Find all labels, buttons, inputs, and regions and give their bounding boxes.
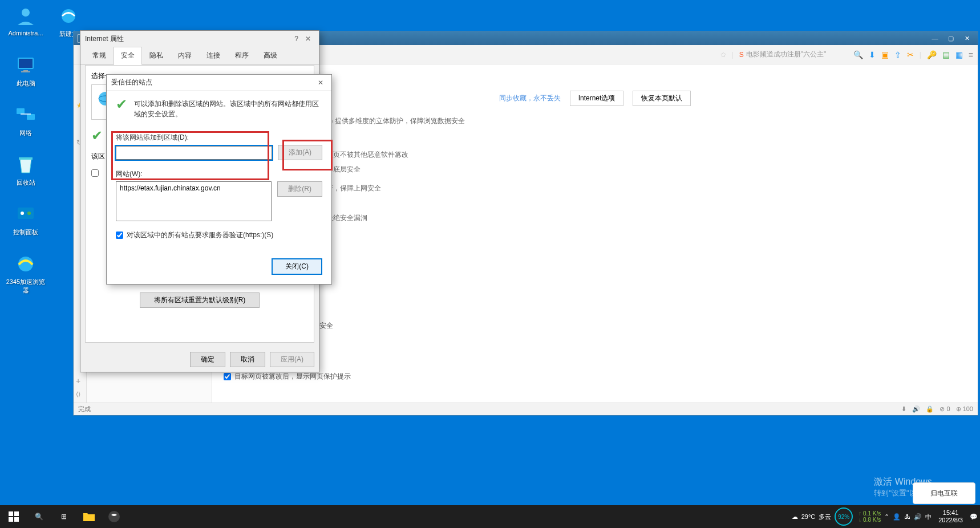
svg-rect-18	[9, 517, 13, 522]
svg-rect-5	[21, 71, 30, 72]
tab-advanced[interactable]: 高级	[256, 47, 285, 64]
people-icon[interactable]: 👤	[893, 513, 901, 521]
clock-time: 15:41	[938, 509, 963, 517]
label: 回收站	[6, 178, 46, 187]
collapse-sidebar-icon[interactable]: ⟨⟩	[76, 391, 80, 398]
taskbar: 🔍 ⊞ ☁ 29°C 多云 92% ↑ 0.1 K/s ↓ 0.8 K/s ⌃ …	[0, 505, 980, 528]
svg-rect-16	[9, 511, 13, 516]
desktop-icon-administrator[interactable]: Administra...	[6, 5, 46, 36]
dialog-description: 可以添加和删除该区域的网站。该区域中的所有网站都使用区域的安全设置。	[134, 99, 322, 119]
clock-date: 2022/8/3	[938, 517, 963, 524]
file-explorer-icon[interactable]	[78, 505, 100, 528]
search-placeholder: 电影频道成功注册"六公主"	[746, 50, 827, 59]
adblock-count-icon[interactable]: ⊘ 0	[939, 405, 950, 413]
dialog-titlebar[interactable]: Internet 属性 ? ✕	[80, 31, 319, 47]
dialog-body: ✔ 可以添加和删除该区域的网站。该区域中的所有网站都使用区域的安全设置。 将该网…	[107, 91, 331, 284]
sites-listbox[interactable]: https://etax.fujian.chinatax.gov.cn	[116, 181, 272, 221]
sogou-search-icon: S	[739, 51, 744, 59]
ok-button[interactable]: 确定	[190, 352, 225, 367]
require-https-checkbox[interactable]	[116, 231, 123, 239]
search-taskbar-icon[interactable]: 🔍	[27, 505, 50, 528]
svg-point-11	[21, 212, 24, 215]
volume-tray-icon[interactable]: 🔊	[914, 513, 922, 521]
svg-rect-6	[17, 108, 25, 114]
menu-icon[interactable]: ≡	[969, 50, 973, 59]
tab-connections[interactable]: 连接	[199, 47, 228, 64]
minimize-button[interactable]: —	[928, 33, 942, 43]
tray-chevron-icon[interactable]: ⌃	[884, 513, 889, 521]
search-box[interactable]: S 电影频道成功注册"六公主"	[739, 50, 848, 59]
network-speed: ↑ 0.1 K/s ↓ 0.8 K/s	[858, 510, 881, 523]
close-dialog-button[interactable]: 关闭(C)	[272, 258, 322, 275]
dialog-tabs: 常规 安全 隐私 内容 连接 程序 高级	[80, 47, 319, 65]
search-icon[interactable]: 🔍	[853, 50, 863, 59]
video-icon[interactable]: ▣	[881, 50, 889, 59]
tab-programs[interactable]: 程序	[228, 47, 256, 64]
close-button[interactable]: ✕	[959, 33, 974, 43]
tab-content[interactable]: 内容	[171, 47, 199, 64]
sync-favorites-link[interactable]: 同步收藏，永不丢失	[499, 94, 561, 103]
settings-text: 监控 (通行证、收藏、表单、皮肤等) 提供多维度的立体防护，保障浏览数据安全	[224, 115, 966, 127]
internet-options-button[interactable]: Internet选项	[570, 91, 624, 106]
network-tray-icon[interactable]: 🖧	[904, 513, 910, 520]
tab-general[interactable]: 常规	[85, 47, 114, 64]
site-entry[interactable]: https://etax.fujian.chinatax.gov.cn	[120, 184, 268, 192]
scissors-icon[interactable]: ✂	[907, 50, 914, 59]
corner-brand-logo: 归电互联	[913, 482, 975, 504]
ime-indicator[interactable]: 中	[925, 513, 932, 521]
lock-status-icon[interactable]: 🔒	[926, 405, 934, 413]
add-button[interactable]: 添加(A)	[278, 145, 322, 160]
share-icon[interactable]: ⇪	[894, 50, 901, 59]
add-tab-button[interactable]: +	[76, 376, 80, 385]
trash-icon	[14, 153, 37, 176]
desktop-icon-control-panel[interactable]: 控制面板	[6, 203, 46, 237]
network-icon	[14, 104, 37, 127]
notifications-icon[interactable]: 💬	[970, 513, 978, 521]
dialog-titlebar[interactable]: 受信任的站点 ✕	[107, 75, 331, 91]
maximize-button[interactable]: ▢	[943, 33, 958, 43]
download-status-icon[interactable]: ⬇	[901, 405, 906, 413]
svg-rect-9	[19, 157, 33, 160]
performance-meter[interactable]: 92%	[835, 507, 853, 526]
svg-rect-3	[19, 59, 33, 68]
taskbar-clock[interactable]: 15:41 2022/8/3	[935, 509, 966, 524]
favorites-star-icon[interactable]: ✩	[720, 51, 726, 59]
remove-button[interactable]: 删除(R)	[277, 181, 322, 197]
close-button[interactable]: ✕	[302, 35, 314, 43]
checkbox-enable-protected[interactable]	[91, 169, 99, 177]
label: 控制面板	[6, 228, 46, 237]
task-view-icon[interactable]: ⊞	[52, 505, 75, 528]
restore-defaults-button[interactable]: 恢复本页默认	[633, 91, 691, 106]
key-icon[interactable]: 🔑	[927, 50, 937, 59]
desktop-icon-this-pc[interactable]: 此电脑	[6, 54, 46, 88]
svg-rect-4	[23, 70, 28, 71]
calendar-icon[interactable]: ▦	[955, 50, 963, 59]
desktop-icon-network[interactable]: 网络	[6, 104, 46, 137]
notes-icon[interactable]: ▤	[942, 50, 950, 59]
sound-status-icon[interactable]: 🔊	[912, 405, 920, 413]
add-site-label: 将该网站添加到区域(D):	[116, 133, 322, 143]
trusted-sites-dialog: 受信任的站点 ✕ ✔ 可以添加和删除该区域的网站。该区域中的所有网站都使用区域的…	[106, 74, 332, 285]
tab-security[interactable]: 安全	[114, 47, 142, 65]
zoom-indicator[interactable]: ⊕ 100	[956, 405, 973, 413]
apply-button[interactable]: 应用(A)	[270, 352, 314, 367]
desktop-icon-2345browser[interactable]: 2345加速浏览器	[6, 253, 46, 295]
label: 网络	[6, 129, 46, 137]
close-button[interactable]: ✕	[314, 79, 327, 87]
cancel-button[interactable]: 取消	[230, 352, 265, 367]
add-site-input[interactable]	[116, 146, 272, 160]
sogou-browser-taskbar-icon[interactable]	[103, 505, 125, 528]
reset-all-zones-button[interactable]: 将所有区域重置为默认级别(R)	[140, 293, 260, 308]
ie-accel-icon	[14, 253, 37, 275]
websites-label: 网站(W):	[116, 169, 322, 179]
download-icon[interactable]: ⬇	[869, 50, 876, 59]
checkbox-page-modified[interactable]	[224, 373, 231, 380]
weather-icon[interactable]: ☁	[792, 513, 798, 521]
help-button[interactable]: ?	[291, 35, 302, 43]
tab-privacy[interactable]: 隐私	[142, 47, 171, 64]
desktop-icon-recycle-bin[interactable]: 回收站	[6, 153, 46, 187]
settings-text: 程序，防止其危害浏览器的正常运行，保障上网安全	[224, 182, 966, 194]
svg-point-20	[108, 511, 120, 522]
label: 2345加速浏览器	[6, 278, 46, 295]
start-button[interactable]	[2, 505, 25, 528]
